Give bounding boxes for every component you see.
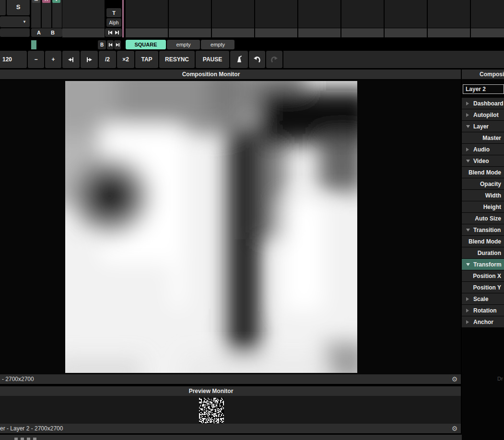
chevron-right-icon[interactable] bbox=[466, 320, 469, 324]
beat-nudge-right-button[interactable] bbox=[81, 51, 98, 68]
bpm-display[interactable]: 120 bbox=[0, 51, 27, 68]
clip-active[interactable]: SQUARE bbox=[126, 40, 166, 49]
layer-footer-button[interactable] bbox=[0, 28, 30, 37]
tree-param-opacity[interactable]: Opacity bbox=[462, 178, 504, 189]
tree-row-label: Layer bbox=[473, 123, 489, 130]
composition-monitor-header: Composition Monitor bbox=[0, 69, 461, 79]
metronome-button[interactable] bbox=[230, 51, 248, 68]
column-skip-buttons[interactable] bbox=[105, 28, 122, 37]
tree-row-label: Position X bbox=[473, 273, 501, 279]
tree-group-rotation[interactable]: Rotation bbox=[462, 305, 504, 316]
layer-color-indicator bbox=[31, 40, 36, 49]
tree-row-label: Anchor bbox=[473, 319, 493, 325]
video-badge[interactable]: V bbox=[52, 0, 60, 3]
tree-param-blend-mode[interactable]: Blend Mode bbox=[462, 167, 504, 178]
nudge-right-icon bbox=[86, 57, 93, 62]
tree-param-height[interactable]: Height bbox=[462, 201, 504, 212]
tree-group-dashboard[interactable]: Dashboard bbox=[462, 98, 504, 109]
composition-status-bar: - 2700x2700 ⚙ bbox=[0, 374, 461, 384]
bpm-half-button[interactable]: /2 bbox=[99, 51, 116, 68]
left-edge-button[interactable] bbox=[0, 0, 6, 15]
gear-icon[interactable]: ⚙ bbox=[451, 375, 458, 383]
tree-param-position-y[interactable]: Position Y bbox=[462, 282, 504, 293]
clipped-text-fragment bbox=[14, 438, 18, 440]
tree-param-width[interactable]: Width bbox=[462, 190, 504, 201]
clip-skip-back-button[interactable] bbox=[107, 40, 114, 49]
tree-row-label: Blend Mode bbox=[469, 238, 501, 245]
redo-button[interactable] bbox=[266, 51, 282, 68]
tree-row-label: Duration bbox=[478, 250, 501, 256]
tree-param-duration[interactable]: Duration bbox=[462, 247, 504, 258]
tree-row-label: Master bbox=[482, 135, 501, 141]
preview-monitor-title: Preview Monitor bbox=[189, 388, 234, 394]
tree-row-label: Autopilot bbox=[473, 112, 499, 118]
alpha-button[interactable]: Alph bbox=[106, 18, 121, 27]
tree-group-autopilot[interactable]: Autopilot bbox=[462, 109, 504, 120]
tree-group-video[interactable]: Video bbox=[462, 155, 504, 166]
chevron-down-icon[interactable] bbox=[466, 125, 470, 128]
bpm-minus-button[interactable]: − bbox=[28, 51, 44, 68]
tap-tempo-button[interactable]: TAP bbox=[135, 51, 158, 68]
tree-group-anchor[interactable]: Anchor bbox=[462, 316, 504, 327]
skip-back-icon bbox=[108, 30, 113, 35]
tree-group-transform[interactable]: Transform bbox=[462, 259, 504, 270]
vj-app-window: M A V S ▼ A B T Alph B SQUAREemptyempty … bbox=[0, 0, 504, 440]
tree-group-transition[interactable]: Transition bbox=[462, 224, 504, 235]
clip-grid-cell-footers[interactable] bbox=[126, 28, 504, 37]
tree-param-position-x[interactable]: Position X bbox=[462, 270, 504, 281]
preview-status-bar: er - Layer 2 - 2700x2700 ⚙ bbox=[0, 424, 461, 433]
preview-noise-thumbnail bbox=[199, 398, 224, 423]
skip-forward-icon bbox=[116, 43, 120, 47]
tree-group-layer[interactable]: Layer bbox=[462, 121, 504, 132]
chevron-down-icon[interactable] bbox=[466, 229, 470, 232]
tree-group-scale[interactable]: Scale bbox=[462, 293, 504, 304]
master-badge[interactable]: M bbox=[32, 0, 40, 3]
bpm-double-button[interactable]: ×2 bbox=[117, 51, 134, 68]
tree-group-audio[interactable]: Audio bbox=[462, 144, 504, 155]
tree-param-master[interactable]: Master bbox=[462, 132, 504, 143]
resync-button[interactable]: RESYNC bbox=[159, 51, 195, 68]
composition-monitor-image bbox=[65, 81, 357, 373]
chevron-right-icon[interactable] bbox=[466, 297, 469, 301]
nudge-left-icon bbox=[68, 57, 74, 62]
clip-grid-cells[interactable] bbox=[126, 0, 504, 28]
audio-badge[interactable]: A bbox=[42, 0, 50, 3]
deck-ab-button[interactable]: A B bbox=[31, 28, 62, 37]
clipped-text-fragment bbox=[27, 438, 30, 440]
solo-button[interactable]: S bbox=[7, 0, 30, 15]
pause-button[interactable]: PAUSE bbox=[196, 51, 229, 68]
thumbnail-button[interactable]: T bbox=[106, 8, 121, 17]
undo-button[interactable] bbox=[249, 51, 265, 68]
clip-grid-left-cell[interactable] bbox=[62, 0, 105, 28]
clip-empty[interactable]: empty bbox=[201, 40, 234, 49]
chevron-down-icon[interactable] bbox=[466, 160, 470, 162]
tree-param-blend-mode[interactable]: Blend Mode bbox=[462, 236, 504, 247]
tree-row-label: Width bbox=[485, 192, 501, 199]
skip-forward-icon bbox=[115, 30, 119, 35]
clip-grid-left-cell-footer[interactable] bbox=[62, 28, 105, 37]
beat-nudge-left-button[interactable] bbox=[62, 51, 80, 68]
layer-b-button[interactable]: B bbox=[98, 40, 106, 49]
layer-dropdown-button[interactable]: ▼ bbox=[0, 16, 30, 27]
composition-monitor-title: Composition Monitor bbox=[182, 71, 240, 78]
bpm-plus-button[interactable]: + bbox=[45, 51, 61, 68]
tree-row-label: Transform bbox=[473, 261, 502, 268]
clip-empty[interactable]: empty bbox=[167, 40, 200, 49]
chevron-right-icon[interactable] bbox=[466, 148, 469, 151]
parameter-tree: DashboardAutopilotLayerMasterAudioVideoB… bbox=[462, 98, 504, 328]
tree-param-auto-size[interactable]: Auto Size bbox=[462, 213, 504, 224]
clip-label: SQUARE bbox=[134, 42, 157, 47]
tree-row-label: Auto Size bbox=[475, 215, 501, 222]
gear-icon[interactable]: ⚙ bbox=[451, 425, 458, 432]
preview-monitor-header: Preview Monitor bbox=[0, 386, 461, 396]
chevron-right-icon[interactable] bbox=[466, 113, 469, 117]
chevron-right-icon[interactable] bbox=[466, 309, 469, 313]
preview-monitor-area bbox=[0, 396, 461, 424]
layer-selector-tab[interactable]: Layer 2 bbox=[463, 84, 504, 94]
chevron-down-icon[interactable] bbox=[466, 263, 470, 266]
tree-row-label: Opacity bbox=[480, 181, 501, 187]
preview-status-text: er - Layer 2 - 2700x2700 bbox=[0, 425, 63, 432]
clip-skip-forward-button[interactable] bbox=[114, 40, 121, 49]
chevron-right-icon[interactable] bbox=[466, 102, 469, 105]
tree-row-label: Blend Mode bbox=[469, 169, 501, 176]
